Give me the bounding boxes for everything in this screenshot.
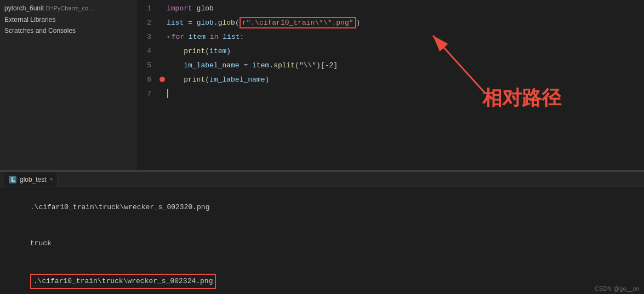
breakpoint-marker-6: [159, 77, 165, 82]
code-lines: 1 import glob 2 list = glob.glob(r".\cif…: [137, 0, 644, 101]
editor-section: pytorch_6unit D:\PyCharm_co... External …: [0, 0, 644, 170]
var-item: item: [189, 33, 206, 41]
line-number-5: 5: [137, 61, 158, 70]
sidebar: pytorch_6unit D:\PyCharm_co... External …: [0, 0, 137, 170]
module-glob: glob: [197, 4, 214, 13]
code-line-3: 3 ▾for item in list:: [137, 30, 644, 44]
line-content-3: ▾for item in list:: [167, 33, 244, 41]
line-content-7: [167, 89, 168, 98]
text-cursor: [167, 89, 168, 98]
line-number-1: 1: [137, 4, 158, 13]
line-content-5: im_label_name = item.split("\\")[-2]: [167, 61, 338, 70]
terminal-tab-glob-test[interactable]: 🐍 glob_test ×: [4, 172, 58, 187]
line-number-4: 4: [137, 47, 158, 55]
terminal-line-1: .\cifar10_train\truck\wrecker_s_002320.p…: [4, 189, 640, 226]
code-line-7: 7: [137, 87, 644, 101]
terminal-highlighted-path: .\cifar10_train\truck\wrecker_s_002324.p…: [30, 274, 216, 289]
code-line-6: 6 print(im_label_name): [137, 72, 644, 87]
terminal-text-1: .\cifar10_train\truck\wrecker_s_002320.p…: [30, 203, 210, 211]
string-path: r".\cifar10_train\*\*.png": [240, 17, 356, 28]
sidebar-project-path: D:\PyCharm_co...: [45, 5, 93, 11]
breakpoint-area-6: [158, 77, 167, 82]
terminal-line-3: .\cifar10_train\truck\wrecker_s_002324.p…: [4, 262, 640, 294]
line-number-3: 3: [137, 33, 158, 41]
line-content-1: import glob: [167, 4, 214, 13]
keyword-import: import: [167, 4, 197, 13]
terminal-section: 🐍 glob_test × .\cifar10_train\truck\wrec…: [0, 172, 644, 294]
code-line-4: 4 print(item): [137, 44, 644, 58]
line-content-2: list = glob.glob(r".\cifar10_train\*\*.p…: [167, 17, 360, 28]
terminal-line-2: truck: [4, 226, 640, 262]
code-line-5: 5 im_label_name = item.split("\\")[-2]: [137, 58, 644, 72]
line-number-7: 7: [137, 90, 158, 98]
terminal-content: .\cifar10_train\truck\wrecker_s_002320.p…: [0, 187, 644, 294]
var-list: list: [167, 19, 184, 27]
line-number-2: 2: [137, 19, 158, 27]
tab-close-button[interactable]: ×: [50, 176, 53, 182]
python-icon: 🐍: [9, 176, 16, 183]
sidebar-project-title: pytorch_6unit D:\PyCharm_co...: [0, 2, 137, 14]
line-content-4: print(item): [167, 47, 231, 55]
csdn-watermark: CSDN @go__on: [595, 285, 640, 292]
terminal-tab-bar: 🐍 glob_test ×: [0, 172, 644, 187]
line-content-6: print(im_label_name): [167, 76, 269, 84]
sidebar-item-external-libraries[interactable]: External Libraries: [0, 14, 137, 25]
terminal-tab-label: glob_test: [20, 176, 47, 183]
code-editor: 1 import glob 2 list = glob.glob(r".\cif…: [137, 0, 644, 170]
sidebar-project-name: pytorch_6unit: [4, 4, 44, 12]
line-number-6: 6: [137, 76, 158, 84]
code-line-2: 2 list = glob.glob(r".\cifar10_train\*\*…: [137, 15, 644, 30]
code-line-1: 1 import glob: [137, 1, 644, 15]
terminal-text-2: truck: [30, 239, 52, 247]
sidebar-item-scratches[interactable]: Scratches and Consoles: [0, 25, 137, 36]
fold-icon-3[interactable]: ▾: [167, 33, 170, 41]
